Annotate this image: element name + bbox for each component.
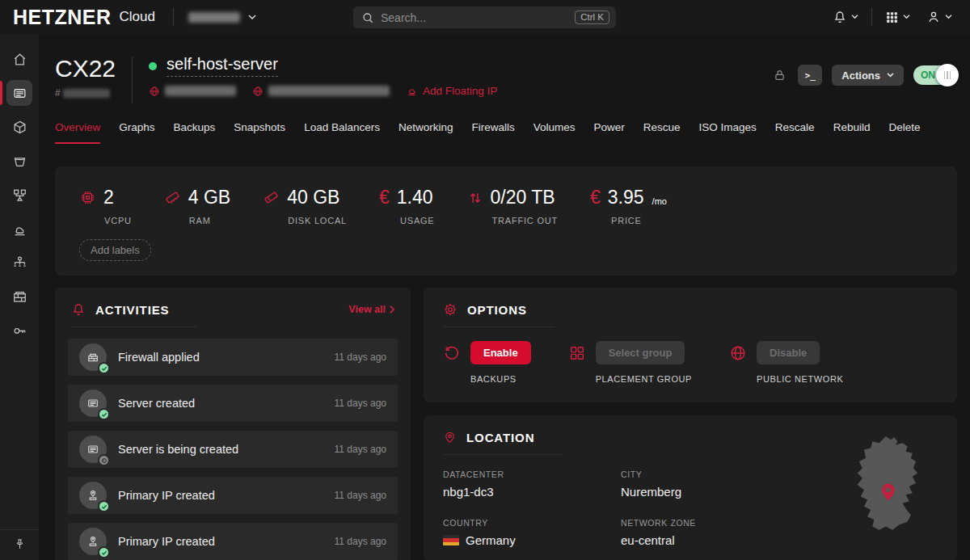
ipv6-address[interactable]: [252, 86, 390, 97]
activity-time: 11 days ago: [335, 352, 387, 363]
stat-value: 40 GB: [287, 187, 340, 208]
redacted-server-id: [63, 89, 110, 98]
stat-price: € 3.95 /mo PRICE: [590, 187, 667, 225]
network-icon: [12, 255, 27, 271]
actions-button[interactable]: Actions: [832, 65, 904, 86]
add-labels-button[interactable]: Add labels: [79, 239, 151, 261]
hetzner-logo[interactable]: HETZNER: [13, 6, 112, 29]
chevron-down-icon: [945, 15, 952, 19]
lock-icon[interactable]: [773, 68, 787, 82]
tab-rescale[interactable]: Rescale: [775, 121, 815, 144]
stat-label: RAM: [189, 216, 230, 225]
sidebar-item-networks[interactable]: [0, 246, 39, 280]
backup-history-icon: [443, 344, 461, 362]
activity-row[interactable]: Server is being created 11 days ago: [68, 431, 398, 468]
sidebar-pin-toggle[interactable]: [0, 529, 39, 560]
sidebar-item-servers[interactable]: [0, 76, 39, 110]
sidebar-item-object-storage[interactable]: [0, 144, 39, 178]
actions-label: Actions: [841, 69, 880, 82]
chevron-down-icon: [903, 15, 910, 19]
activity-time: 11 days ago: [335, 398, 387, 409]
redacted-ipv4: [165, 86, 236, 96]
server-id: #: [55, 87, 116, 99]
power-toggle[interactable]: ON: [913, 65, 957, 85]
view-all-label: View all: [348, 304, 386, 315]
sidebar-item-floating-ips[interactable]: [0, 212, 39, 246]
tab-graphs[interactable]: Graphs: [119, 121, 154, 144]
header-divider: [132, 57, 133, 103]
account-menu[interactable]: [922, 6, 957, 27]
euro-icon: €: [379, 188, 390, 207]
sidebar-item-home[interactable]: [0, 42, 39, 76]
sidebar-item-volumes[interactable]: [0, 110, 39, 144]
activity-time: 11 days ago: [335, 490, 387, 501]
stat-value: 4 GB: [188, 187, 230, 208]
tab-volumes[interactable]: Volumes: [534, 121, 576, 144]
stat-usage: € 1.40 USAGE: [379, 187, 435, 225]
enable-backups-button[interactable]: Enable: [470, 341, 531, 364]
select-placement-group-button[interactable]: Select group: [596, 341, 685, 364]
activity-row[interactable]: Server created 11 days ago: [68, 385, 398, 422]
topbar-divider: [871, 8, 872, 26]
view-all-link[interactable]: View all: [348, 302, 394, 315]
option-label: PLACEMENT GROUP: [596, 374, 692, 384]
success-badge-icon: [98, 500, 110, 512]
server-id-prefix: #: [55, 87, 61, 99]
tab-overview[interactable]: Overview: [55, 121, 100, 144]
servers-icon: [6, 80, 32, 106]
stat-label: DISK LOCAL: [288, 216, 347, 225]
activity-title: Firewall applied: [118, 351, 200, 364]
apps-menu[interactable]: [880, 7, 915, 27]
server-controls: >_ Actions ON: [773, 65, 957, 86]
field-value: Nuremberg: [621, 485, 831, 499]
tab-power[interactable]: Power: [594, 121, 625, 144]
cube-icon: [12, 120, 27, 135]
success-badge-icon: [98, 546, 110, 558]
activity-row[interactable]: Primary IP created 11 days ago: [68, 523, 398, 560]
tab-networking[interactable]: Networking: [399, 121, 453, 144]
status-running-dot: [149, 62, 157, 70]
tab-snapshots[interactable]: Snapshots: [234, 121, 285, 144]
tab-backups[interactable]: Backups: [174, 121, 216, 144]
chevron-down-icon: [851, 15, 858, 19]
traffic-arrows-icon: [467, 190, 483, 206]
disable-public-network-button[interactable]: Disable: [757, 341, 820, 364]
tab-delete[interactable]: Delete: [888, 121, 920, 144]
field-label: DATACENTER: [443, 469, 621, 479]
tab-rescue[interactable]: Rescue: [643, 121, 681, 144]
product-name: Cloud: [120, 9, 155, 25]
sidebar-item-security[interactable]: [0, 314, 39, 347]
activity-row[interactable]: Firewall applied 11 days ago: [68, 339, 398, 376]
globe-icon: [149, 86, 160, 97]
notifications-menu[interactable]: [828, 6, 863, 27]
disk-icon: [263, 189, 280, 206]
location-title: LOCATION: [466, 431, 534, 444]
tab-iso-images[interactable]: ISO Images: [699, 121, 757, 144]
server-name-editable[interactable]: self-host-server: [167, 55, 278, 77]
activity-title: Server created: [118, 397, 195, 410]
server-icon: [79, 436, 107, 463]
load-balancer-icon: [12, 187, 27, 203]
sidebar-item-firewalls[interactable]: [0, 280, 39, 314]
option-label: PUBLIC NETWORK: [757, 374, 843, 384]
grid-apps-icon: [885, 11, 899, 24]
console-button[interactable]: >_: [798, 65, 822, 86]
project-selector[interactable]: [188, 12, 256, 23]
ipv4-address[interactable]: [149, 86, 236, 97]
tab-rebuild[interactable]: Rebuild: [833, 121, 871, 144]
germany-map: [837, 435, 944, 537]
options-title: OPTIONS: [467, 303, 527, 317]
search-bar[interactable]: Ctrl K: [353, 6, 616, 28]
add-floating-ip-link[interactable]: Add Floating IP: [406, 85, 497, 97]
activity-row[interactable]: Primary IP created 11 days ago: [68, 477, 398, 514]
tab-load-balancers[interactable]: Load Balancers: [304, 121, 380, 144]
search-input[interactable]: [381, 11, 568, 24]
floating-ip-icon: [12, 221, 27, 237]
power-toggle-knob[interactable]: [936, 64, 959, 86]
primary-ip-icon: [79, 482, 107, 509]
sidebar-item-load-balancers[interactable]: [0, 178, 39, 212]
stat-label: PRICE: [611, 216, 667, 225]
stat-label: TRAFFIC OUT: [492, 216, 559, 225]
tab-firewalls[interactable]: Firewalls: [471, 121, 514, 144]
main-content: CX22 # self-host-server: [39, 34, 970, 560]
